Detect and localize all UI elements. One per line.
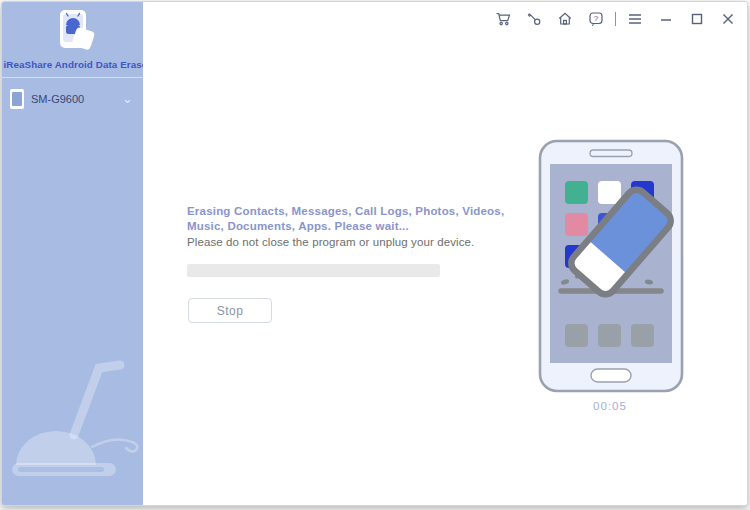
status-block: Erasing Contacts, Messages, Call Logs, P… bbox=[187, 204, 532, 248]
status-note: Please do not close the program or unplu… bbox=[187, 236, 532, 248]
home-icon[interactable] bbox=[556, 10, 574, 28]
status-heading: Erasing Contacts, Messages, Call Logs, P… bbox=[187, 204, 532, 233]
progress-bar bbox=[187, 264, 440, 277]
cart-icon[interactable] bbox=[494, 10, 512, 28]
title-bar: ? bbox=[143, 2, 747, 36]
app-logo-icon bbox=[41, 8, 105, 54]
device-selector[interactable]: SM-G9600 ⌄ bbox=[2, 77, 143, 120]
toolbar-divider bbox=[615, 12, 616, 26]
app-title: iReaShare Android Data Eraser bbox=[3, 59, 141, 70]
device-name: SM-G9600 bbox=[31, 93, 122, 105]
close-icon[interactable] bbox=[719, 10, 737, 28]
menu-icon[interactable] bbox=[626, 10, 644, 28]
brand-block: iReaShare Android Data Eraser bbox=[2, 2, 143, 70]
device-phone-icon bbox=[10, 89, 24, 109]
erasing-phone-illustration bbox=[525, 130, 695, 402]
sidebar: iReaShare Android Data Eraser SM-G9600 ⌄ bbox=[2, 2, 143, 505]
maximize-icon[interactable] bbox=[688, 10, 706, 28]
help-icon[interactable]: ? bbox=[587, 10, 605, 28]
chevron-down-icon[interactable]: ⌄ bbox=[122, 94, 133, 104]
app-window: iReaShare Android Data Eraser SM-G9600 ⌄ bbox=[1, 1, 748, 506]
stop-button[interactable]: Stop bbox=[188, 298, 272, 323]
key-icon[interactable] bbox=[525, 10, 543, 28]
minimize-icon[interactable] bbox=[657, 10, 675, 28]
vacuum-watermark-icon bbox=[2, 335, 143, 505]
svg-text:?: ? bbox=[594, 14, 599, 23]
elapsed-timer: 00:05 bbox=[525, 400, 695, 412]
